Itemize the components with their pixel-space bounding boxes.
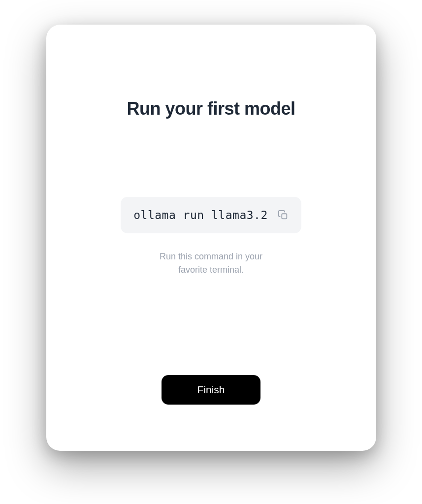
command-text: ollama run llama3.2 bbox=[133, 209, 268, 221]
helper-line-2: favorite terminal. bbox=[160, 263, 262, 277]
svg-rect-0 bbox=[282, 214, 287, 219]
onboarding-modal: Run your first model ollama run llama3.2… bbox=[46, 25, 376, 451]
page-title: Run your first model bbox=[127, 98, 295, 119]
copy-icon[interactable] bbox=[278, 210, 289, 220]
finish-button[interactable]: Finish bbox=[162, 375, 260, 405]
helper-line-1: Run this command in your bbox=[160, 250, 262, 263]
helper-text: Run this command in your favorite termin… bbox=[160, 250, 262, 277]
command-box: ollama run llama3.2 bbox=[121, 197, 301, 233]
